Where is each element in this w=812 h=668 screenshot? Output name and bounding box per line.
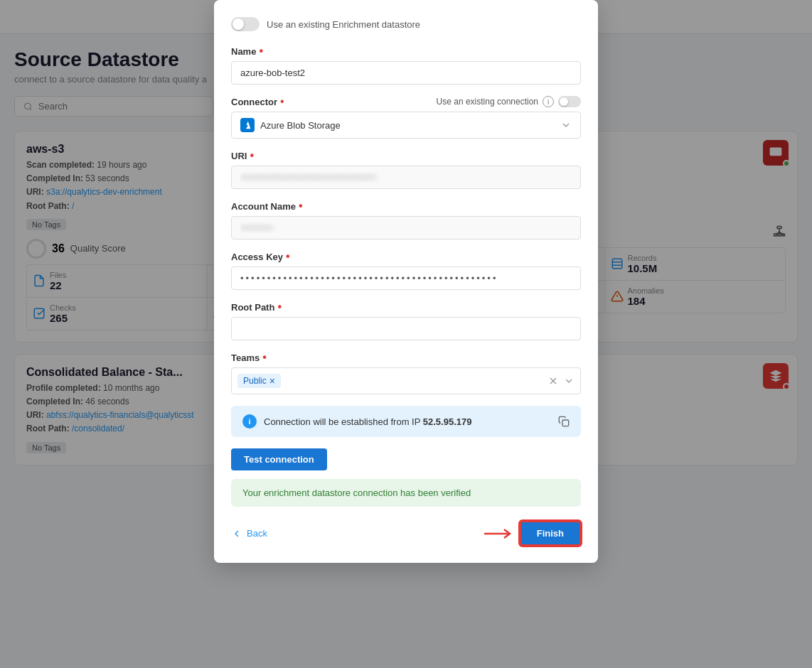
toggle-thumb bbox=[233, 18, 244, 30]
account-name-required: • bbox=[299, 200, 303, 212]
root-path-input[interactable] bbox=[231, 317, 581, 340]
connector-label-group: Connector • bbox=[231, 96, 284, 107]
connector-required: • bbox=[280, 96, 284, 107]
connector-select[interactable]: Azure Blob Storage bbox=[231, 112, 581, 139]
enrichment-toggle-row: Use an existing Enrichment datastore bbox=[231, 17, 581, 31]
connector-row: Connector • Use an existing connection i bbox=[231, 96, 581, 107]
team-tag-label: Public bbox=[243, 376, 267, 386]
access-key-required: • bbox=[286, 251, 290, 262]
svg-rect-25 bbox=[562, 420, 569, 426]
back-chevron-icon bbox=[231, 528, 242, 539]
modal-dialog: Use an existing Enrichment datastore Nam… bbox=[214, 0, 598, 563]
success-message: Your enrichment datastore connection has… bbox=[231, 479, 581, 507]
info-circle-connector[interactable]: i bbox=[543, 96, 554, 107]
connector-label: Connector bbox=[231, 97, 277, 107]
name-required: • bbox=[259, 45, 263, 57]
access-key-input[interactable] bbox=[231, 266, 581, 290]
name-input[interactable] bbox=[231, 61, 581, 85]
finish-button[interactable]: Finish bbox=[520, 521, 581, 546]
name-label: Name • bbox=[231, 45, 581, 57]
account-name-label: Account Name • bbox=[231, 200, 581, 212]
team-tag-remove[interactable]: × bbox=[269, 375, 275, 387]
teams-input[interactable]: Public × bbox=[231, 367, 581, 394]
chevron-down-icon bbox=[560, 119, 572, 131]
access-key-label: Access Key • bbox=[231, 251, 581, 262]
account-name-field-group: Account Name • bbox=[231, 200, 581, 239]
existing-conn-label: Use an existing connection bbox=[437, 97, 538, 107]
uri-input[interactable] bbox=[231, 166, 581, 189]
footer-right: Finish bbox=[484, 521, 581, 546]
name-field-group: Name • bbox=[231, 45, 581, 85]
back-button[interactable]: Back bbox=[231, 528, 267, 539]
enrichment-toggle[interactable] bbox=[231, 17, 260, 31]
azure-icon bbox=[242, 120, 252, 130]
existing-conn-thumb bbox=[560, 97, 568, 106]
info-box: i Connection will be established from IP… bbox=[231, 406, 581, 437]
access-key-field-group: Access Key • bbox=[231, 251, 581, 290]
modal-footer: Back Finish bbox=[231, 521, 581, 546]
info-ip: 52.5.95.179 bbox=[423, 416, 472, 427]
existing-conn-toggle[interactable] bbox=[558, 96, 581, 107]
test-connection-button[interactable]: Test connection bbox=[231, 448, 327, 470]
teams-required: • bbox=[262, 352, 267, 363]
azure-blob-icon bbox=[240, 118, 255, 132]
teams-field-group: Teams • Public × bbox=[231, 352, 581, 394]
root-path-label: Root Path • bbox=[231, 301, 581, 313]
root-path-required: • bbox=[277, 301, 282, 313]
team-tag-public: Public × bbox=[237, 374, 281, 388]
enrichment-toggle-label: Use an existing Enrichment datastore bbox=[267, 19, 420, 30]
account-name-input[interactable] bbox=[231, 216, 581, 239]
teams-label: Teams • bbox=[231, 352, 581, 363]
teams-clear-icon[interactable] bbox=[547, 375, 559, 387]
info-icon: i bbox=[242, 414, 257, 429]
connector-select-value: Azure Blob Storage bbox=[260, 120, 555, 131]
root-path-field-group: Root Path • bbox=[231, 301, 581, 340]
uri-field-group: URI • bbox=[231, 150, 581, 189]
existing-conn-group: Use an existing connection i bbox=[437, 96, 581, 107]
uri-required: • bbox=[250, 150, 254, 161]
info-text: Connection will be established from IP 5… bbox=[264, 416, 551, 427]
teams-dropdown-icon[interactable] bbox=[563, 375, 575, 387]
finish-arrow bbox=[484, 527, 513, 541]
connector-field-group: Connector • Use an existing connection i… bbox=[231, 96, 581, 139]
modal-overlay: Use an existing Enrichment datastore Nam… bbox=[0, 0, 812, 668]
uri-label: URI • bbox=[231, 150, 581, 161]
copy-icon[interactable] bbox=[558, 416, 570, 427]
